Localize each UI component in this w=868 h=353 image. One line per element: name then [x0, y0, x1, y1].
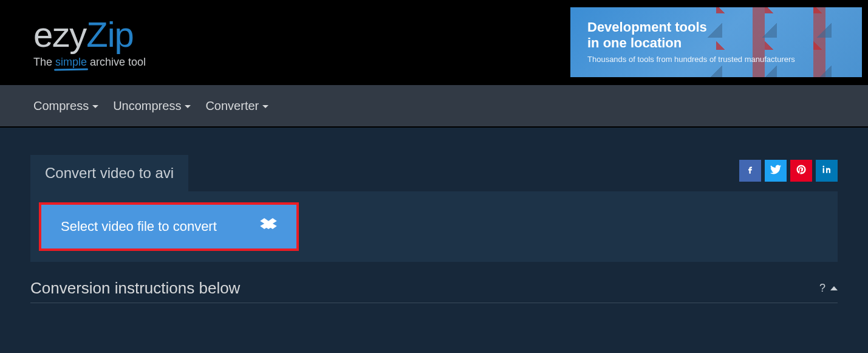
panel-wrapper: Convert video to avi — [30, 155, 838, 262]
social-share-row — [739, 160, 838, 182]
tagline-highlight: simple — [55, 56, 87, 68]
ad-subtitle: Thousands of tools from hundreds of trus… — [587, 55, 845, 65]
help-toggle[interactable]: ? — [819, 282, 838, 295]
select-video-file-button[interactable]: Select video file to convert — [41, 205, 296, 248]
chevron-down-icon — [92, 105, 98, 108]
select-button-label: Select video file to convert — [61, 219, 217, 235]
select-file-highlight: Select video file to convert — [39, 202, 299, 251]
logo-part-ezy: ezy — [33, 15, 86, 54]
dropbox-icon[interactable] — [260, 218, 277, 235]
linkedin-icon — [821, 164, 832, 177]
main-content: Convert video to avi — [0, 128, 868, 353]
twitter-icon — [770, 163, 782, 178]
chevron-down-icon — [262, 105, 268, 108]
nav-uncompress-label: Uncompress — [113, 99, 181, 113]
header: ezyZip The simple archive tool Developme… — [0, 0, 868, 85]
ad-title: Development tools in one location — [587, 19, 845, 52]
nav-uncompress[interactable]: Uncompress — [113, 99, 191, 113]
help-icon: ? — [819, 282, 825, 295]
chevron-up-icon — [830, 286, 838, 290]
panel-body: Select video file to convert — [30, 191, 838, 262]
instructions-header: Conversion instructions below ? — [30, 279, 838, 303]
tagline-pre: The — [33, 56, 55, 68]
chevron-down-icon — [185, 105, 191, 108]
tab-convert-video[interactable]: Convert video to avi — [30, 155, 188, 191]
instructions-title: Conversion instructions below — [30, 279, 240, 298]
navbar: Compress Uncompress Converter — [0, 85, 868, 128]
ad-title-line1: Development tools — [587, 19, 707, 35]
pinterest-icon — [796, 164, 807, 177]
share-twitter-button[interactable] — [765, 160, 787, 182]
share-linkedin-button[interactable] — [816, 160, 838, 182]
facebook-icon — [745, 164, 756, 177]
ad-title-line2: in one location — [587, 35, 682, 50]
nav-compress[interactable]: Compress — [33, 99, 98, 113]
logo-block[interactable]: ezyZip The simple archive tool — [33, 17, 146, 69]
tagline-post: archive tool — [87, 56, 146, 68]
logo-part-zip: Zip — [86, 15, 134, 54]
share-pinterest-button[interactable] — [790, 160, 812, 182]
ad-banner[interactable]: Development tools in one location Thousa… — [570, 7, 862, 77]
tagline: The simple archive tool — [33, 56, 146, 69]
logo: ezyZip — [33, 17, 146, 52]
nav-converter-label: Converter — [205, 99, 259, 113]
nav-compress-label: Compress — [33, 99, 89, 113]
share-facebook-button[interactable] — [739, 160, 761, 182]
content-wrap: Convert video to avi — [30, 128, 838, 303]
nav-converter[interactable]: Converter — [205, 99, 268, 113]
